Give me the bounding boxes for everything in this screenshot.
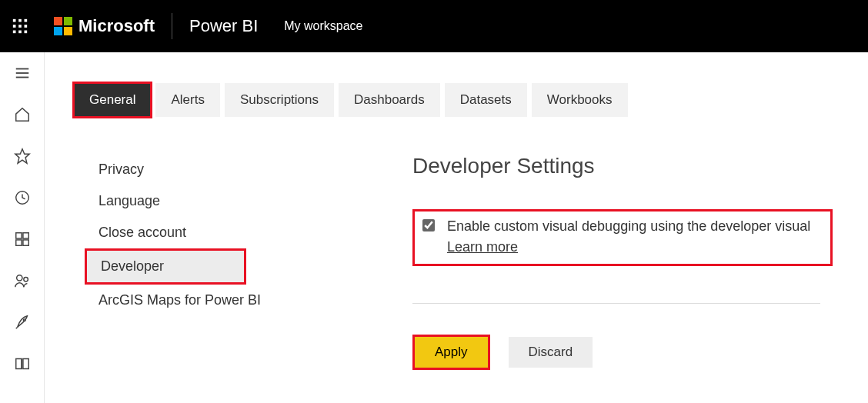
settings-detail: Developer Settings Enable custom visual … bbox=[412, 154, 868, 370]
people-icon[interactable] bbox=[12, 271, 32, 291]
svg-rect-4 bbox=[18, 25, 22, 28]
tab-subscriptions[interactable]: Subscriptions bbox=[225, 83, 334, 117]
apps-icon[interactable] bbox=[12, 229, 32, 249]
sidebar-item-arcgis[interactable]: ArcGIS Maps for Power BI bbox=[85, 285, 412, 316]
header-divider bbox=[172, 13, 172, 39]
svg-rect-6 bbox=[13, 31, 16, 34]
highlight-developer-item: Developer bbox=[85, 248, 246, 285]
svg-rect-8 bbox=[25, 31, 28, 34]
svg-point-23 bbox=[23, 277, 28, 281]
tab-alerts[interactable]: Alerts bbox=[155, 83, 219, 117]
option-label: Enable custom visual debugging using the… bbox=[447, 218, 810, 234]
tab-dashboards[interactable]: Dashboards bbox=[339, 83, 440, 117]
left-nav-rail bbox=[0, 52, 45, 403]
svg-rect-7 bbox=[18, 31, 22, 34]
svg-rect-5 bbox=[25, 25, 28, 28]
discard-button[interactable]: Discard bbox=[509, 337, 593, 368]
section-divider bbox=[412, 303, 820, 304]
svg-rect-9 bbox=[54, 17, 62, 25]
learn-more-link[interactable]: Learn more bbox=[447, 239, 518, 255]
book-icon[interactable] bbox=[12, 354, 32, 374]
svg-rect-10 bbox=[64, 17, 72, 25]
rocket-icon[interactable] bbox=[12, 312, 32, 332]
tab-workbooks[interactable]: Workbooks bbox=[532, 83, 628, 117]
svg-rect-1 bbox=[18, 19, 22, 22]
microsoft-brand-text: Microsoft bbox=[78, 16, 155, 36]
hamburger-icon[interactable] bbox=[12, 63, 32, 83]
svg-point-22 bbox=[16, 275, 22, 281]
svg-rect-3 bbox=[13, 25, 16, 28]
svg-rect-11 bbox=[54, 27, 62, 35]
svg-rect-2 bbox=[25, 19, 28, 22]
svg-rect-21 bbox=[22, 240, 28, 245]
option-text-block: Enable custom visual debugging using the… bbox=[447, 216, 810, 258]
highlight-apply-button: Apply bbox=[412, 335, 490, 370]
svg-rect-20 bbox=[15, 240, 21, 245]
workspace-name[interactable]: My workspace bbox=[284, 19, 362, 33]
sidebar-item-close-account[interactable]: Close account bbox=[85, 217, 412, 248]
sidebar-item-developer[interactable]: Developer bbox=[87, 251, 244, 282]
svg-rect-0 bbox=[13, 19, 16, 22]
home-icon[interactable] bbox=[12, 105, 32, 125]
sidebar-item-language[interactable]: Language bbox=[85, 185, 412, 217]
microsoft-logo: Microsoft bbox=[54, 16, 155, 36]
sidebar-item-privacy[interactable]: Privacy bbox=[85, 154, 412, 185]
microsoft-logo-icon bbox=[54, 17, 72, 35]
star-icon[interactable] bbox=[12, 146, 32, 166]
section-title: Developer Settings bbox=[412, 154, 853, 178]
top-app-bar: Microsoft Power BI My workspace bbox=[0, 0, 868, 52]
settings-body: Privacy Language Close account Developer… bbox=[74, 154, 868, 370]
settings-sidebar: Privacy Language Close account Developer… bbox=[74, 154, 412, 370]
action-buttons: Apply Discard bbox=[412, 335, 853, 370]
apply-button[interactable]: Apply bbox=[415, 337, 488, 368]
recent-icon[interactable] bbox=[12, 188, 32, 208]
tab-general[interactable]: General bbox=[74, 83, 151, 117]
svg-marker-16 bbox=[15, 149, 28, 163]
svg-rect-19 bbox=[22, 233, 28, 238]
product-name[interactable]: Power BI bbox=[189, 16, 258, 36]
svg-rect-18 bbox=[15, 233, 21, 238]
highlight-general-tab: General bbox=[74, 83, 151, 117]
highlight-option: Enable custom visual debugging using the… bbox=[412, 209, 833, 266]
settings-tabs: General Alerts Subscriptions Dashboards … bbox=[74, 83, 868, 117]
enable-debugging-checkbox[interactable] bbox=[422, 219, 435, 231]
app-launcher-icon[interactable] bbox=[0, 0, 40, 52]
main-content: General Alerts Subscriptions Dashboards … bbox=[45, 52, 868, 403]
tab-datasets[interactable]: Datasets bbox=[445, 83, 527, 117]
svg-rect-12 bbox=[64, 27, 72, 35]
